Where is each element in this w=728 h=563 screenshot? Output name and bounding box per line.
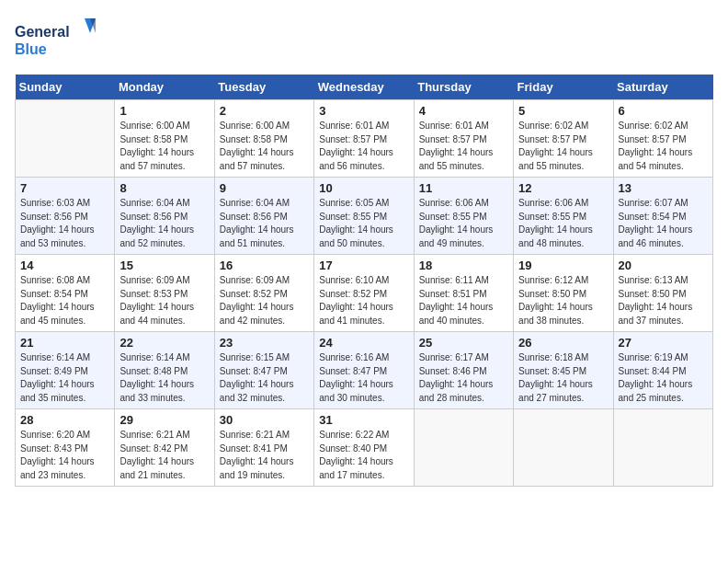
calendar-cell: 31Sunrise: 6:22 AM Sunset: 8:40 PM Dayli… (314, 409, 414, 487)
calendar-cell: 17Sunrise: 6:10 AM Sunset: 8:52 PM Dayli… (314, 255, 414, 332)
day-number: 14 (20, 259, 109, 272)
day-number: 19 (518, 259, 608, 272)
calendar-cell: 25Sunrise: 6:17 AM Sunset: 8:46 PM Dayli… (414, 332, 513, 409)
day-number: 30 (220, 413, 309, 427)
calendar-cell: 4Sunrise: 6:01 AM Sunset: 8:57 PM Daylig… (414, 100, 513, 178)
calendar-cell (613, 409, 712, 487)
day-number: 12 (518, 181, 608, 195)
calendar-cell: 15Sunrise: 6:09 AM Sunset: 8:53 PM Dayli… (115, 255, 214, 332)
page-header: General Blue (15, 15, 713, 65)
calendar-week-row: 1Sunrise: 6:00 AM Sunset: 8:58 PM Daylig… (16, 100, 713, 178)
calendar-cell: 14Sunrise: 6:08 AM Sunset: 8:54 PM Dayli… (16, 255, 115, 332)
day-number: 15 (119, 259, 209, 272)
calendar-cell: 22Sunrise: 6:14 AM Sunset: 8:48 PM Dayli… (115, 332, 214, 409)
calendar-week-row: 7Sunrise: 6:03 AM Sunset: 8:56 PM Daylig… (16, 178, 713, 255)
day-number: 24 (319, 336, 408, 350)
day-number: 9 (220, 181, 309, 195)
day-number: 25 (419, 336, 508, 350)
day-number: 21 (20, 336, 109, 350)
calendar-week-row: 14Sunrise: 6:08 AM Sunset: 8:54 PM Dayli… (16, 255, 713, 332)
day-info: Sunrise: 6:13 AM Sunset: 8:50 PM Dayligh… (619, 274, 708, 327)
weekday-header-row: SundayMondayTuesdayWednesdayThursdayFrid… (16, 75, 713, 100)
calendar-cell: 19Sunrise: 6:12 AM Sunset: 8:50 PM Dayli… (514, 255, 613, 332)
calendar-cell: 26Sunrise: 6:18 AM Sunset: 8:45 PM Dayli… (514, 332, 613, 409)
calendar-cell: 6Sunrise: 6:02 AM Sunset: 8:57 PM Daylig… (613, 100, 712, 178)
day-number: 31 (319, 413, 408, 427)
day-info: Sunrise: 6:05 AM Sunset: 8:55 PM Dayligh… (319, 197, 408, 250)
day-number: 20 (619, 259, 708, 272)
day-info: Sunrise: 6:11 AM Sunset: 8:51 PM Dayligh… (419, 274, 508, 327)
day-number: 26 (518, 336, 608, 350)
calendar-cell: 12Sunrise: 6:06 AM Sunset: 8:55 PM Dayli… (514, 178, 613, 255)
day-number: 6 (619, 104, 708, 118)
day-number: 1 (119, 104, 209, 118)
svg-text:General: General (15, 24, 70, 40)
calendar-cell: 5Sunrise: 6:02 AM Sunset: 8:57 PM Daylig… (514, 100, 613, 178)
day-number: 29 (119, 413, 209, 427)
weekday-header-wednesday: Wednesday (314, 75, 414, 100)
day-number: 16 (220, 259, 309, 272)
calendar-cell: 16Sunrise: 6:09 AM Sunset: 8:52 PM Dayli… (214, 255, 313, 332)
weekday-header-sunday: Sunday (16, 75, 115, 100)
calendar-cell (514, 409, 613, 487)
day-number: 11 (419, 181, 508, 195)
day-number: 4 (419, 104, 508, 118)
day-info: Sunrise: 6:10 AM Sunset: 8:52 PM Dayligh… (319, 274, 408, 327)
day-info: Sunrise: 6:02 AM Sunset: 8:57 PM Dayligh… (619, 120, 708, 173)
weekday-header-thursday: Thursday (414, 75, 513, 100)
day-info: Sunrise: 6:12 AM Sunset: 8:50 PM Dayligh… (518, 274, 608, 327)
day-info: Sunrise: 6:08 AM Sunset: 8:54 PM Dayligh… (20, 274, 109, 327)
day-info: Sunrise: 6:09 AM Sunset: 8:53 PM Dayligh… (119, 274, 209, 327)
calendar-cell: 13Sunrise: 6:07 AM Sunset: 8:54 PM Dayli… (613, 178, 712, 255)
day-info: Sunrise: 6:21 AM Sunset: 8:42 PM Dayligh… (119, 429, 209, 482)
day-number: 7 (20, 181, 109, 195)
day-info: Sunrise: 6:14 AM Sunset: 8:48 PM Dayligh… (119, 351, 209, 405)
day-number: 2 (220, 104, 309, 118)
day-info: Sunrise: 6:04 AM Sunset: 8:56 PM Dayligh… (119, 197, 209, 250)
calendar-cell: 3Sunrise: 6:01 AM Sunset: 8:57 PM Daylig… (314, 100, 414, 178)
day-number: 27 (619, 336, 708, 350)
calendar-cell (16, 100, 115, 178)
day-info: Sunrise: 6:09 AM Sunset: 8:52 PM Dayligh… (220, 274, 309, 327)
calendar-week-row: 21Sunrise: 6:14 AM Sunset: 8:49 PM Dayli… (16, 332, 713, 409)
calendar-cell (414, 409, 513, 487)
weekday-header-tuesday: Tuesday (214, 75, 313, 100)
calendar-cell: 30Sunrise: 6:21 AM Sunset: 8:41 PM Dayli… (214, 409, 313, 487)
calendar-table: SundayMondayTuesdayWednesdayThursdayFrid… (15, 75, 713, 487)
svg-text:Blue: Blue (15, 41, 47, 57)
day-number: 18 (419, 259, 508, 272)
calendar-cell: 23Sunrise: 6:15 AM Sunset: 8:47 PM Dayli… (214, 332, 313, 409)
day-info: Sunrise: 6:07 AM Sunset: 8:54 PM Dayligh… (619, 197, 708, 250)
logo: General Blue (15, 15, 97, 65)
day-info: Sunrise: 6:00 AM Sunset: 8:58 PM Dayligh… (119, 120, 209, 173)
weekday-header-saturday: Saturday (613, 75, 712, 100)
day-info: Sunrise: 6:02 AM Sunset: 8:57 PM Dayligh… (518, 120, 608, 173)
calendar-cell: 8Sunrise: 6:04 AM Sunset: 8:56 PM Daylig… (115, 178, 214, 255)
day-number: 22 (119, 336, 209, 350)
day-info: Sunrise: 6:01 AM Sunset: 8:57 PM Dayligh… (319, 120, 408, 173)
day-number: 28 (20, 413, 109, 427)
day-number: 8 (119, 181, 209, 195)
day-info: Sunrise: 6:16 AM Sunset: 8:47 PM Dayligh… (319, 351, 408, 405)
day-number: 5 (518, 104, 608, 118)
calendar-week-row: 28Sunrise: 6:20 AM Sunset: 8:43 PM Dayli… (16, 409, 713, 487)
calendar-cell: 28Sunrise: 6:20 AM Sunset: 8:43 PM Dayli… (16, 409, 115, 487)
day-info: Sunrise: 6:18 AM Sunset: 8:45 PM Dayligh… (518, 351, 608, 405)
day-number: 23 (220, 336, 309, 350)
day-info: Sunrise: 6:17 AM Sunset: 8:46 PM Dayligh… (419, 351, 508, 405)
calendar-cell: 29Sunrise: 6:21 AM Sunset: 8:42 PM Dayli… (115, 409, 214, 487)
day-number: 3 (319, 104, 408, 118)
calendar-cell: 10Sunrise: 6:05 AM Sunset: 8:55 PM Dayli… (314, 178, 414, 255)
day-info: Sunrise: 6:22 AM Sunset: 8:40 PM Dayligh… (319, 429, 408, 482)
calendar-cell: 11Sunrise: 6:06 AM Sunset: 8:55 PM Dayli… (414, 178, 513, 255)
day-info: Sunrise: 6:15 AM Sunset: 8:47 PM Dayligh… (220, 351, 309, 405)
calendar-cell: 20Sunrise: 6:13 AM Sunset: 8:50 PM Dayli… (613, 255, 712, 332)
day-number: 10 (319, 181, 408, 195)
day-info: Sunrise: 6:00 AM Sunset: 8:58 PM Dayligh… (220, 120, 309, 173)
calendar-cell: 27Sunrise: 6:19 AM Sunset: 8:44 PM Dayli… (613, 332, 712, 409)
day-info: Sunrise: 6:19 AM Sunset: 8:44 PM Dayligh… (619, 351, 708, 405)
day-info: Sunrise: 6:04 AM Sunset: 8:56 PM Dayligh… (220, 197, 309, 250)
day-info: Sunrise: 6:20 AM Sunset: 8:43 PM Dayligh… (20, 429, 109, 482)
day-number: 17 (319, 259, 408, 272)
calendar-cell: 7Sunrise: 6:03 AM Sunset: 8:56 PM Daylig… (16, 178, 115, 255)
